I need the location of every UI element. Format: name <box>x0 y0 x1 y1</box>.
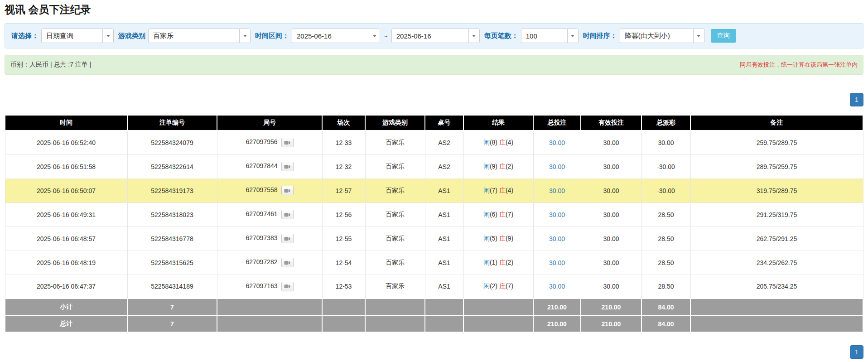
table-row: 2025-06-16 06:52:40522584324079627097956… <box>5 130 863 154</box>
cell-game: 百家乐 <box>365 203 425 227</box>
cell-remark: 234.25/262.75 <box>690 251 863 275</box>
total-label: 总计 <box>5 315 127 332</box>
cell-round: 627097163 <box>217 275 322 299</box>
cell-payout: 30.00 <box>641 130 690 154</box>
total-bet-link[interactable]: 30.00 <box>549 283 565 290</box>
page-1-button[interactable]: 1 <box>850 93 863 106</box>
total-bet-link[interactable]: 30.00 <box>549 163 565 170</box>
date-range-separator: ~ <box>384 32 388 40</box>
table-summary: 小计 7 210.00 210.00 84.00 总计 7 2 <box>5 299 863 332</box>
date-to-input[interactable]: 2025-06-16 <box>391 29 480 43</box>
cell-valid-bet: 30.00 <box>581 130 641 154</box>
cell-total-bet: 30.00 <box>533 203 581 227</box>
game-type-select[interactable]: 百家乐 <box>148 29 251 43</box>
total-bet-link[interactable]: 30.00 <box>549 235 565 242</box>
round-video-button[interactable] <box>281 234 294 243</box>
time-sort-label: 时间排序： <box>583 32 617 40</box>
cell-time: 2025-06-16 06:47:37 <box>5 275 127 299</box>
col-round: 局号 <box>217 115 322 130</box>
total-count: 7 <box>127 315 217 332</box>
table-header-row: 时间 注单编号 局号 场次 游戏类别 桌号 结果 总投注 有效投注 总派彩 备注 <box>5 115 863 130</box>
date-to-caret-box <box>468 29 479 43</box>
total-bet-link[interactable]: 30.00 <box>549 139 565 146</box>
cell-table: AS1 <box>425 179 463 203</box>
empty-cell <box>365 299 425 315</box>
total-payout: 84.00 <box>641 315 690 332</box>
cell-result: 闲(5) 庄(9) <box>463 227 533 251</box>
cell-remark: 319.75/289.75 <box>690 179 863 203</box>
result-banker: 庄(2) <box>499 163 513 170</box>
empty-cell <box>322 299 365 315</box>
cell-payout: 28.50 <box>641 275 690 299</box>
pagination-top: 1 <box>5 93 863 106</box>
cell-total-bet: 30.00 <box>533 179 581 203</box>
subtotal-payout: 84.00 <box>641 299 690 315</box>
col-valid-bet: 有效投注 <box>581 115 641 130</box>
cell-round: 627097383 <box>217 227 322 251</box>
cell-valid-bet: 30.00 <box>581 179 641 203</box>
cell-session: 12-54 <box>322 251 365 275</box>
subtotal-valid-bet: 210.00 <box>581 299 641 315</box>
cell-valid-bet: 30.00 <box>581 275 641 299</box>
cell-bet-id: 522584314189 <box>127 275 217 299</box>
filter-bar: 请选择： 日期查询 游戏类别 百家乐 时间区间： 2025-06-16 ~ 20… <box>5 23 863 48</box>
result-player: 闲(5) <box>483 235 497 242</box>
cell-session: 12-55 <box>322 227 365 251</box>
game-type-caret-box <box>239 29 250 43</box>
cell-session: 12-32 <box>322 154 365 179</box>
round-video-button[interactable] <box>281 186 294 195</box>
col-bet-id: 注单编号 <box>127 115 217 130</box>
cell-game: 百家乐 <box>365 275 425 299</box>
cell-payout: -30.00 <box>641 179 690 203</box>
col-time: 时间 <box>5 115 127 130</box>
round-number: 627097282 <box>246 258 277 265</box>
empty-cell <box>365 315 425 332</box>
table-row: 2025-06-16 06:48:19522584315625627097282… <box>5 251 863 275</box>
query-button[interactable]: 查询 <box>711 29 736 43</box>
total-bet-link[interactable]: 30.00 <box>549 211 565 218</box>
pagination-bottom: 1 <box>5 345 863 359</box>
cell-table: AS1 <box>425 275 463 299</box>
date-type-caret-box <box>102 29 113 43</box>
total-valid-bet: 210.00 <box>581 315 641 332</box>
cell-round: 627097844 <box>217 154 322 179</box>
cell-session: 12-53 <box>322 275 365 299</box>
cell-time: 2025-06-16 06:52:40 <box>5 130 127 154</box>
round-video-button[interactable] <box>281 282 294 291</box>
cell-remark: 259.75/289.75 <box>690 130 863 154</box>
date-type-value: 日期查询 <box>42 29 102 43</box>
page-size-select[interactable]: 100 <box>521 29 579 43</box>
page-title: 视讯 会员下注纪录 <box>5 3 863 17</box>
date-from-caret-box <box>369 29 380 43</box>
cell-time: 2025-06-16 06:50:07 <box>5 179 127 203</box>
game-type-value: 百家乐 <box>149 29 239 43</box>
subtotal-label: 小计 <box>5 299 127 315</box>
date-type-select[interactable]: 日期查询 <box>41 29 114 43</box>
cell-valid-bet: 30.00 <box>581 227 641 251</box>
cell-payout: 28.50 <box>641 203 690 227</box>
result-banker: 庄(9) <box>499 235 513 242</box>
date-from-input[interactable]: 2025-06-16 <box>292 29 380 43</box>
empty-cell <box>690 315 863 332</box>
col-total-bet: 总投注 <box>533 115 581 130</box>
round-number: 627097383 <box>246 234 277 241</box>
col-result: 结果 <box>463 115 533 130</box>
round-video-button[interactable] <box>281 138 294 147</box>
round-video-button[interactable] <box>281 258 294 267</box>
total-bet-link[interactable]: 30.00 <box>549 187 565 194</box>
total-bet-link[interactable]: 30.00 <box>549 259 565 266</box>
cell-result: 闲(6) 庄(7) <box>463 203 533 227</box>
chevron-down-icon <box>243 35 247 37</box>
col-session: 场次 <box>322 115 365 130</box>
cell-payout: -30.00 <box>641 154 690 179</box>
chevron-down-icon <box>373 35 376 37</box>
round-video-button[interactable] <box>281 210 294 219</box>
cell-round: 627097558 <box>217 179 322 203</box>
time-sort-select[interactable]: 降冪(由大到小) <box>620 29 704 43</box>
video-icon <box>284 236 290 241</box>
page-1-button[interactable]: 1 <box>850 345 863 359</box>
empty-cell <box>217 315 322 332</box>
round-video-button[interactable] <box>281 162 294 171</box>
total-row: 总计 7 210.00 210.00 84.00 <box>5 315 863 332</box>
empty-cell <box>217 299 322 315</box>
